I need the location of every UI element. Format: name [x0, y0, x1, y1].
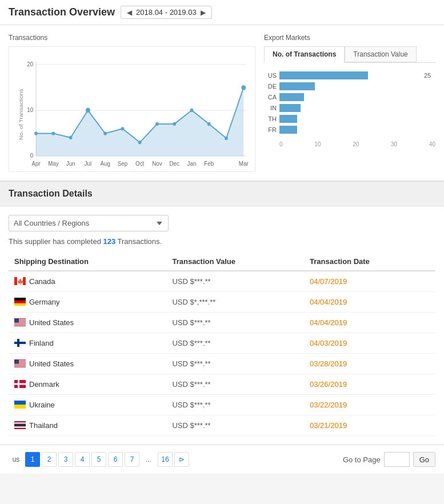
- svg-rect-56: [14, 363, 26, 364]
- page-4-btn[interactable]: 4: [75, 452, 90, 467]
- svg-text:Jan: Jan: [187, 161, 197, 167]
- goto-input[interactable]: [384, 452, 410, 467]
- svg-rect-66: [14, 422, 26, 423]
- date-range: 2018.04 - 2019.03: [136, 8, 197, 17]
- svg-text:No. of Transactions: No. of Transactions: [18, 89, 24, 140]
- destination-name: Canada: [29, 277, 55, 286]
- transactions-chart-panel: Transactions No. of Transactions 20 10 0: [9, 34, 255, 172]
- svg-rect-58: [14, 366, 26, 366]
- svg-text:Mar: Mar: [239, 161, 249, 167]
- date-cell: 03/21/2019: [304, 415, 435, 436]
- bar-track: [279, 82, 421, 90]
- page-6-btn[interactable]: 6: [108, 452, 123, 467]
- flag-ua: [14, 401, 26, 409]
- filter-row: All Countries / Regions: [9, 215, 435, 231]
- dest-cell: Ukraine: [9, 395, 166, 415]
- bar-fill: [279, 93, 304, 101]
- svg-point-18: [190, 109, 194, 112]
- svg-rect-63: [14, 401, 26, 405]
- bar-country-label: CA: [264, 94, 277, 101]
- page-5-btn[interactable]: 5: [91, 452, 106, 467]
- next-date-btn[interactable]: ▶: [199, 9, 207, 17]
- svg-rect-46: [14, 323, 26, 324]
- bar-country-label: IN: [264, 105, 277, 111]
- svg-rect-64: [14, 405, 26, 409]
- page-last-btn[interactable]: ⊳: [174, 452, 189, 467]
- svg-point-20: [225, 137, 228, 140]
- dest-cell: Denmark: [9, 374, 166, 395]
- svg-text:Sep: Sep: [118, 161, 128, 167]
- svg-rect-40: [14, 300, 26, 303]
- dest-cell: Finland: [9, 333, 166, 354]
- table-row: Ukraine USD $***.** 03/22/2019: [9, 395, 435, 415]
- flag-ca: 🍁: [14, 277, 26, 285]
- summary-count: 123: [103, 237, 115, 246]
- bar-row: CA: [264, 93, 435, 101]
- amount-cell: USD $***.**: [166, 313, 304, 333]
- svg-text:Oct: Oct: [135, 161, 144, 167]
- destination-name: United States: [29, 318, 74, 327]
- svg-point-9: [34, 131, 38, 135]
- line-chart-svg: No. of Transactions 20 10 0: [15, 53, 249, 169]
- goto-button[interactable]: Go: [413, 452, 435, 467]
- dest-cell: United States: [9, 354, 166, 374]
- tab-no-transactions[interactable]: No. of Transactions: [264, 46, 345, 63]
- dest-cell: Thailand: [9, 415, 166, 436]
- svg-point-12: [86, 108, 90, 113]
- bar-value: 25: [424, 72, 435, 79]
- date-cell: 04/03/2019: [304, 333, 435, 354]
- page-header: Transaction Overview ◀ 2018.04 - 2019.03…: [0, 0, 444, 25]
- amount-cell: USD $***.**: [166, 415, 304, 436]
- page-3-btn[interactable]: 3: [58, 452, 73, 467]
- svg-rect-36: [23, 277, 26, 285]
- date-cell: 04/07/2019: [304, 271, 435, 292]
- svg-rect-45: [14, 322, 26, 323]
- destination-name: Ukraine: [29, 401, 55, 409]
- amount-cell: USD $***.**: [166, 354, 304, 374]
- svg-text:May: May: [48, 161, 59, 167]
- bar-chart: US 25 DE CA IN TH FR: [264, 69, 435, 139]
- flag-de: [14, 298, 26, 306]
- transactions-table: Shipping Destination Transaction Value T…: [9, 253, 435, 436]
- goto-section: Go to Page Go: [343, 452, 435, 467]
- svg-point-10: [51, 131, 55, 135]
- col-date: Transaction Date: [304, 253, 435, 271]
- svg-rect-59: [14, 359, 19, 364]
- svg-rect-51: [17, 339, 19, 347]
- col-value: Transaction Value: [166, 253, 304, 271]
- dest-cell: 🍁 Canada: [9, 271, 166, 292]
- bar-track: [279, 93, 421, 101]
- page-1-btn[interactable]: 1: [25, 452, 40, 467]
- flag-th: [14, 421, 26, 429]
- svg-text:20: 20: [27, 61, 33, 67]
- goto-label: Go to Page: [343, 455, 381, 464]
- bar-track: [279, 104, 421, 112]
- bar-x-axis: 0 10 20 30 40: [264, 141, 435, 147]
- export-markets-panel: Export Markets No. of Transactions Trans…: [264, 34, 435, 172]
- country-filter[interactable]: All Countries / Regions: [9, 215, 169, 231]
- destination-name: Denmark: [29, 380, 59, 389]
- svg-rect-67: [14, 423, 26, 426]
- svg-text:Jul: Jul: [85, 161, 91, 167]
- tab-transaction-value[interactable]: Transaction Value: [345, 46, 416, 62]
- bar-country-label: TH: [264, 115, 277, 122]
- flag-us: [14, 318, 26, 326]
- bar-row: TH: [264, 115, 435, 123]
- svg-point-17: [173, 122, 176, 126]
- svg-rect-50: [14, 342, 26, 344]
- svg-text:0: 0: [30, 153, 34, 159]
- summary-suffix: Transactions.: [115, 237, 162, 246]
- page-16-btn[interactable]: 16: [158, 452, 173, 467]
- page-ellipsis: ...: [141, 452, 156, 467]
- page-2-btn[interactable]: 2: [42, 452, 57, 467]
- page-7-btn[interactable]: 7: [125, 452, 139, 467]
- table-row: 🍁 Canada USD $***.** 04/07/2019: [9, 271, 435, 292]
- svg-point-11: [69, 136, 73, 139]
- amount-cell: USD $*,***.**: [166, 292, 304, 313]
- destination-name: Germany: [29, 298, 59, 306]
- svg-rect-47: [14, 325, 26, 325]
- prev-date-btn[interactable]: ◀: [126, 9, 133, 17]
- date-cell: 03/26/2019: [304, 374, 435, 395]
- table-row: Germany USD $*,***.** 04/04/2019: [9, 292, 435, 313]
- svg-text:Dec: Dec: [170, 161, 179, 167]
